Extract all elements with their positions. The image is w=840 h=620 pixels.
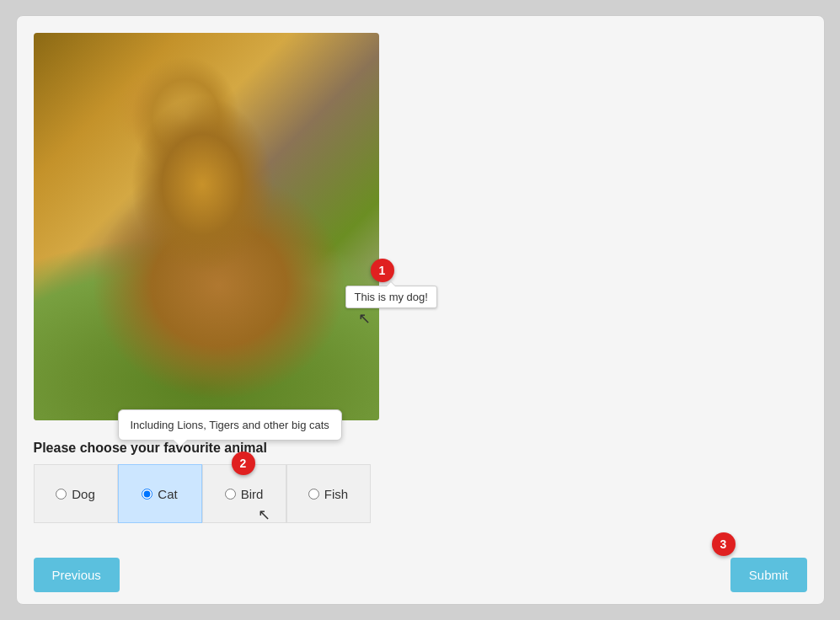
tooltip-1: This is my dog! [345, 286, 437, 308]
option-cat-label[interactable]: Cat [142, 487, 177, 501]
question-section: Please choose your favourite animal 2 In… [34, 441, 807, 523]
radio-dog[interactable] [56, 489, 67, 500]
radio-bird[interactable] [225, 489, 236, 500]
dog-image [34, 33, 379, 420]
option-fish-text: Fish [324, 487, 348, 501]
option-bird-label[interactable]: Bird [225, 487, 264, 501]
option-dog[interactable]: Dog [34, 464, 118, 523]
option-dog-label[interactable]: Dog [56, 487, 95, 501]
submit-button[interactable]: Submit [730, 558, 807, 592]
options-row: 2 Including Lions, Tigers and other big … [34, 464, 807, 523]
option-fish-label[interactable]: Fish [308, 487, 348, 501]
image-wrapper: 1 This is my dog! ↖ [34, 33, 379, 420]
content-area: 1 This is my dog! ↖ Please choose your f… [34, 33, 807, 528]
badge-1: 1 [371, 259, 394, 282]
radio-cat[interactable] [142, 489, 152, 500]
option-cat-text: Cat [158, 487, 177, 501]
badge-2: 2 [232, 452, 255, 475]
footer-bar: Previous 3 Submit [34, 545, 807, 604]
radio-fish[interactable] [308, 489, 319, 500]
main-container: 1 This is my dog! ↖ Please choose your f… [16, 15, 825, 605]
option-fish[interactable]: Fish [286, 464, 371, 523]
option-cat[interactable]: Cat ↖ [118, 464, 202, 523]
badge-3: 3 [712, 532, 736, 556]
option-dog-text: Dog [72, 487, 95, 501]
question-label: Please choose your favourite animal [34, 441, 807, 456]
option-bird-text: Bird [241, 487, 264, 501]
previous-button[interactable]: Previous [34, 558, 120, 592]
tooltip-2: Including Lions, Tigers and other big ca… [118, 409, 342, 441]
